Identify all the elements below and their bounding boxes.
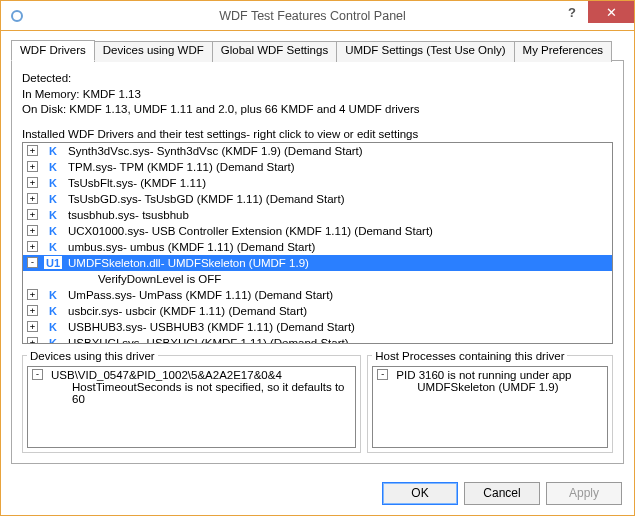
host-detail: UMDFSkeleton (UMDF 1.9) [417,381,558,393]
driver-row[interactable]: VerifyDownLevel is OFF [23,271,612,287]
tab-global-wdf-settings[interactable]: Global WDF Settings [212,41,337,62]
devices-list[interactable]: - USB\VID_0547&PID_1002\5&A2A2E17&0&4 Ho… [27,366,356,448]
driver-row[interactable]: +KSynth3dVsc.sys- Synth3dVsc (KMDF 1.9) … [23,143,612,159]
expand-icon[interactable]: + [27,145,38,156]
expander-icon[interactable]: - [32,369,43,380]
expand-icon[interactable]: + [27,289,38,300]
ok-button[interactable]: OK [382,482,458,505]
expand-icon[interactable]: + [27,209,38,220]
expand-icon[interactable]: + [27,337,38,344]
tab-umdf-settings[interactable]: UMDF Settings (Test Use Only) [336,41,514,62]
driver-row-text: UmPass.sys- UmPass (KMDF 1.11) (Demand S… [68,289,333,301]
hosts-list[interactable]: - PID 3160 is not running under app UMDF… [372,366,608,448]
kmdf-badge-icon: K [44,240,62,253]
driver-row-text: usbcir.sys- usbcir (KMDF 1.11) (Demand S… [68,305,307,317]
driver-row-text: VerifyDownLevel is OFF [98,273,221,285]
kmdf-badge-icon: K [44,224,62,237]
driver-row[interactable]: +Kumbus.sys- umbus (KMDF 1.11) (Demand S… [23,239,612,255]
window-title: WDF Test Features Control Panel [31,9,634,23]
driver-row[interactable]: +KTsUsbGD.sys- TsUsbGD (KMDF 1.11) (Dema… [23,191,612,207]
host-pid-line: PID 3160 is not running under app [396,369,571,381]
help-button[interactable]: ? [556,1,588,23]
close-button[interactable]: ✕ [588,1,634,23]
kmdf-badge-icon: K [44,160,62,173]
kmdf-badge-icon: K [44,176,62,189]
detected-heading: Detected: [22,71,613,87]
drivers-tree-caption: Installed WDF Drivers and their test set… [22,128,613,140]
tabstrip: WDF Drivers Devices using WDF Global WDF… [11,40,624,61]
kmdf-badge-icon: K [44,192,62,205]
expand-icon[interactable]: + [27,177,38,188]
umdf-badge-icon: U1 [44,256,62,269]
kmdf-badge-icon: K [44,320,62,333]
driver-row[interactable]: +KUmPass.sys- UmPass (KMDF 1.11) (Demand… [23,287,612,303]
driver-row[interactable]: +KTsUsbFlt.sys- (KMDF 1.11) [23,175,612,191]
hosts-group-legend: Host Processes containing this driver [372,350,567,362]
expand-icon[interactable]: + [27,305,38,316]
driver-row[interactable]: -U1UMDFSkeleton.dll- UMDFSkeleton (UMDF … [23,255,612,271]
kmdf-badge-icon: K [44,208,62,221]
driver-row[interactable]: +KUCX01000.sys- USB Controller Extension… [23,223,612,239]
driver-row-text: TsUsbFlt.sys- (KMDF 1.11) [68,177,206,189]
driver-row[interactable]: +KTPM.sys- TPM (KMDF 1.11) (Demand Start… [23,159,612,175]
expander-icon[interactable]: - [377,369,388,380]
tab-my-preferences[interactable]: My Preferences [514,41,613,62]
driver-row-text: UCX01000.sys- USB Controller Extension (… [68,225,433,237]
expand-icon[interactable]: + [27,161,38,172]
app-icon [9,8,25,24]
cancel-button[interactable]: Cancel [464,482,540,505]
devices-using-driver-group: Devices using this driver - USB\VID_0547… [22,350,361,453]
expander-blank [63,273,74,284]
expand-icon[interactable]: + [27,321,38,332]
driver-row-text: TsUsbGD.sys- TsUsbGD (KMDF 1.11) (Demand… [68,193,344,205]
driver-row[interactable]: +KUSBHUB3.sys- USBHUB3 (KMDF 1.11) (Dema… [23,319,612,335]
driver-row[interactable]: +KUSBXHCI.sys- USBXHCI (KMDF 1.11) (Dema… [23,335,612,344]
driver-row-text: UMDFSkeleton.dll- UMDFSkeleton (UMDF 1.9… [68,257,309,269]
driver-row-text: TPM.sys- TPM (KMDF 1.11) (Demand Start) [68,161,295,173]
kmdf-badge-icon: K [44,144,62,157]
device-detail: HostTimeoutSeconds is not specified, so … [72,381,353,405]
driver-row-text: umbus.sys- umbus (KMDF 1.11) (Demand Sta… [68,241,315,253]
expand-icon[interactable]: + [27,241,38,252]
expand-icon[interactable]: + [27,193,38,204]
apply-button[interactable]: Apply [546,482,622,505]
tab-wdf-drivers[interactable]: WDF Drivers [11,40,95,61]
tabpanel-wdf-drivers: Detected: In Memory: KMDF 1.13 On Disk: … [11,60,624,464]
tab-devices-using-wdf[interactable]: Devices using WDF [94,41,213,62]
dialog-buttons: OK Cancel Apply [1,474,634,515]
svg-point-0 [12,11,22,21]
driver-row[interactable]: +Kusbcir.sys- usbcir (KMDF 1.11) (Demand… [23,303,612,319]
driver-row-text: USBHUB3.sys- USBHUB3 (KMDF 1.11) (Demand… [68,321,355,333]
device-path: USB\VID_0547&PID_1002\5&A2A2E17&0&4 [51,369,282,381]
detected-disk: On Disk: KMDF 1.13, UMDF 1.11 and 2.0, p… [22,102,613,118]
devices-group-legend: Devices using this driver [27,350,158,362]
kmdf-badge-icon: K [44,336,62,344]
detected-memory: In Memory: KMDF 1.13 [22,87,613,103]
kmdf-badge-icon: K [44,304,62,317]
driver-row-text: tsusbhub.sys- tsusbhub [68,209,189,221]
driver-row[interactable]: +Ktsusbhub.sys- tsusbhub [23,207,612,223]
titlebar[interactable]: WDF Test Features Control Panel ? ✕ [1,1,634,31]
drivers-tree[interactable]: +KSynth3dVsc.sys- Synth3dVsc (KMDF 1.9) … [22,142,613,344]
kmdf-badge-icon: K [44,288,62,301]
driver-row-text: Synth3dVsc.sys- Synth3dVsc (KMDF 1.9) (D… [68,145,363,157]
host-processes-group: Host Processes containing this driver - … [367,350,613,453]
collapse-icon[interactable]: - [27,257,38,268]
driver-row-text: USBXHCI.sys- USBXHCI (KMDF 1.11) (Demand… [68,337,349,344]
expand-icon[interactable]: + [27,225,38,236]
